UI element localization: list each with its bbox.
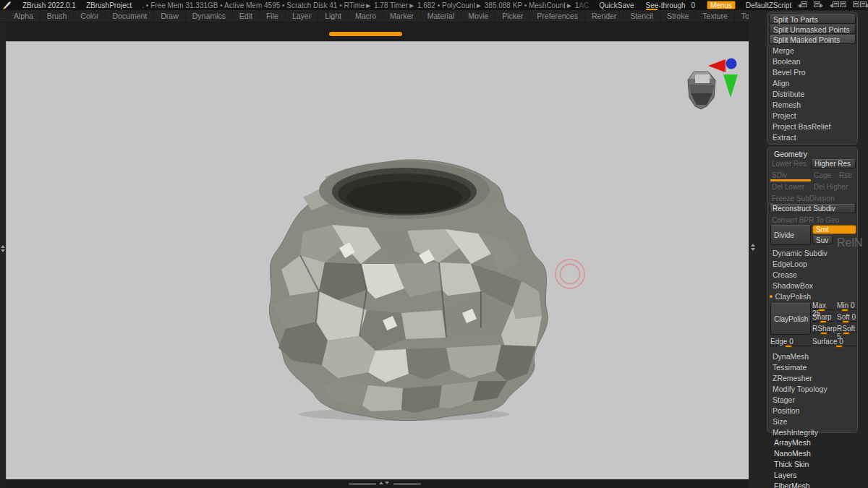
section-merge[interactable]: Merge [769,45,856,56]
section-crease[interactable]: Crease [769,269,856,280]
bottom-divider-bar-left[interactable] [349,483,376,485]
menu-stencil[interactable]: Stencil [624,10,660,22]
smt-toggle[interactable]: Smt [812,225,856,234]
horizontal-scrollbar[interactable] [329,32,402,36]
section-layers[interactable]: Layers [767,469,858,480]
layout-prev-icon[interactable] [830,1,846,9]
section-edgeloop[interactable]: EdgeLoop [769,258,856,269]
geometry-group: Geometry Lower Res Higher Res SDiv Cage … [767,147,858,433]
bottom-divider-bar-right[interactable] [393,483,421,485]
edge-slider[interactable]: Edge 0 [770,338,811,346]
section-project[interactable]: Project [769,110,856,121]
subtool-split-group: Split To Parts Split Unmasked Points Spl… [767,12,858,145]
menu-macro[interactable]: Macro [349,10,383,22]
claypolish-rsoft-slider[interactable]: RSoft 5 [837,325,857,333]
split-masked-points-button[interactable]: Split Masked Points [769,35,856,44]
split-to-parts-button[interactable]: Split To Parts [769,14,856,24]
right-tray: Split To Parts Split Unmasked Points Spl… [749,10,868,488]
menu-picker[interactable]: Picker [495,10,530,22]
section-claypolish[interactable]: ● ClayPolish [769,291,856,301]
canvas-top-strip [6,22,749,41]
menu-edit[interactable]: Edit [233,10,260,22]
divide-block: Divide Smt Suv RelN [769,225,856,247]
app-version: ZBrush 2022.0.1 [22,1,76,9]
section-meshintegrity[interactable]: MeshIntegrity [769,427,856,437]
menu-material[interactable]: Material [421,10,461,22]
section-thick-skin[interactable]: Thick Skin [767,458,858,469]
see-through-slider[interactable]: See-through 0 [646,1,695,9]
del-lower-button: Del Lower [772,183,804,191]
section-dynamesh[interactable]: DynaMesh [769,351,856,361]
claypolish-max-slider[interactable]: Max 25 [812,301,834,310]
section-modify-topology[interactable]: Modify Topology [769,383,856,394]
menu-render[interactable]: Render [585,10,624,22]
sdiv-slider-label: SDiv [772,171,787,179]
menu-texture[interactable]: Texture [696,10,734,22]
section-position[interactable]: Position [769,405,856,416]
section-tessimate[interactable]: Tessimate [769,361,856,372]
convert-bpr-button: Convert BPR To Geo [772,216,839,224]
divide-button[interactable]: Divide [770,225,811,245]
dock-left-icon[interactable] [798,1,807,9]
menu-draw[interactable]: Draw [154,10,186,22]
document-canvas[interactable] [6,41,749,479]
section-bevel-pro[interactable]: Bevel Pro [769,67,856,77]
tray-toggle-arrows[interactable] [379,481,389,484]
split-unmasked-points-button[interactable]: Split Unmasked Points [769,25,856,34]
section-boolean[interactable]: Boolean [769,56,856,67]
ac-toggle[interactable]: AC [579,1,589,9]
sculpt-model[interactable] [252,140,556,421]
session-stats: . • Free Mem 31.331GB • Active Mem 4595 … [142,1,579,9]
claypolish-rsharp-slider[interactable]: RSharp [812,325,834,333]
cage-button: Cage [814,171,831,179]
claypolish-button[interactable]: ClayPolish [770,303,811,335]
menu-bar: Alpha Brush Color Document Draw Dynamics… [0,10,752,22]
menu-movie[interactable]: Movie [461,10,495,22]
menu-light[interactable]: Light [318,10,349,22]
section-fibermesh[interactable]: FiberMesh [767,480,858,488]
section-shadowbox[interactable]: ShadowBox [769,280,856,291]
brush-cursor [554,258,586,290]
zbrush-logo-icon [2,1,12,9]
claypolish-min-slider[interactable]: Min 0 [837,301,857,310]
section-extract[interactable]: Extract [769,132,856,142]
menus-button[interactable]: Menus [707,1,736,9]
default-zscript-button[interactable]: DefaultZScript [746,1,791,9]
section-arraymesh[interactable]: ArrayMesh [767,437,858,448]
claypolish-sharp-slider[interactable]: Sharp [812,313,834,322]
menu-layer[interactable]: Layer [286,10,318,22]
quicksave-button[interactable]: QuickSave [599,1,634,9]
section-nanomesh[interactable]: NanoMesh [767,448,858,458]
menu-alpha[interactable]: Alpha [7,10,41,22]
reconstruct-subdiv-button[interactable]: Reconstruct Subdiv [769,204,856,213]
menu-file[interactable]: File [260,10,286,22]
project-name: ZBrushProject [86,1,132,9]
canvas-bottom-strip [6,479,749,488]
nav-orientation-widget[interactable] [679,53,748,114]
menu-document[interactable]: Document [106,10,154,22]
dock-right-icon[interactable] [814,1,823,9]
section-zremesher[interactable]: ZRemesher [769,372,856,383]
section-project-basrelief[interactable]: Project BasRelief [769,121,856,132]
higher-res-button[interactable]: Higher Res [811,159,856,168]
layout-next-icon[interactable] [853,1,868,9]
section-stager[interactable]: Stager [769,394,856,405]
menu-stroke[interactable]: Stroke [660,10,696,22]
right-tray-grip[interactable] [751,244,755,251]
section-distribute[interactable]: Distribute [769,88,856,99]
suv-toggle[interactable]: Suv [812,236,833,244]
see-through-value: 0 [691,1,695,9]
section-size[interactable]: Size [769,416,856,427]
menu-color[interactable]: Color [74,10,106,22]
section-remesh[interactable]: Remesh [769,99,856,110]
surface-slider[interactable]: Surface 0 [812,338,856,346]
left-tray-grip[interactable] [1,245,5,252]
section-align[interactable]: Align [769,77,856,88]
axis-z-dot [726,59,737,69]
menu-dynamics[interactable]: Dynamics [186,10,233,22]
claypolish-soft-slider[interactable]: Soft 0 [837,313,857,322]
menu-marker[interactable]: Marker [383,10,421,22]
menu-preferences[interactable]: Preferences [530,10,585,22]
geometry-header[interactable]: Geometry [769,149,856,158]
menu-brush[interactable]: Brush [41,10,74,22]
